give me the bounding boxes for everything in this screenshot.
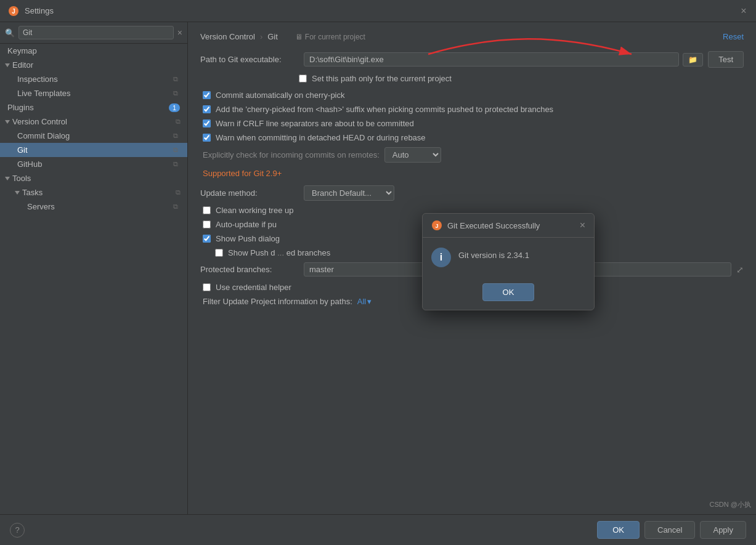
sidebar-section-editor[interactable]: Editor [0, 58, 187, 72]
update-method-row: Update method: Branch Default... [200, 185, 744, 201]
breadcrumb-part1: Version Control [200, 32, 255, 41]
cherry-pick-label: Commit automatically on cherry-pick [216, 91, 345, 100]
detached-row: Warn when committing in detached HEAD or… [200, 133, 744, 142]
reset-button[interactable]: Reset [723, 32, 744, 41]
browse-button[interactable]: 📁 [683, 53, 703, 67]
incoming-row: Explicitly check for incoming commits on… [200, 147, 744, 163]
test-button[interactable]: Test [708, 51, 744, 68]
plugins-label: Plugins [7, 103, 34, 112]
suffix-label: Add the 'cherry-picked from <hash>' suff… [216, 105, 553, 114]
set-path-checkbox[interactable] [299, 75, 307, 83]
bottom-actions: OK Cancel Apply [597, 521, 746, 539]
show-push-dialog-checkbox[interactable] [203, 235, 211, 243]
sidebar-item-live-templates[interactable]: Live Templates ⧉ [0, 86, 187, 100]
filter-dropdown[interactable]: All ▾ [357, 297, 372, 306]
crlf-label: Warn if CRLF line separators are about t… [216, 119, 414, 128]
sidebar-item-commit-dialog[interactable]: Commit Dialog ⧉ [0, 129, 187, 143]
sidebar-item-github[interactable]: GitHub ⧉ [0, 157, 187, 171]
credential-checkbox[interactable] [203, 283, 211, 291]
auto-update-label: Auto-update if pu [216, 220, 277, 229]
info-icon: i [431, 248, 451, 267]
tools-label: Tools [12, 174, 31, 183]
credential-label: Use credential helper [216, 283, 291, 292]
cherry-pick-row: Commit automatically on cherry-pick [200, 91, 744, 100]
modal-body: i Git version is 2.34.1 [423, 238, 594, 277]
suffix-checkbox[interactable] [203, 105, 211, 113]
bottom-bar: ? OK Cancel Apply [0, 514, 756, 545]
crlf-checkbox[interactable] [203, 119, 211, 127]
keymap-label: Keymap [7, 46, 37, 55]
detached-label: Warn when committing in detached HEAD or… [216, 133, 426, 142]
sidebar-section-version-control[interactable]: Version Control ⧉ [0, 115, 187, 129]
search-clear-icon[interactable]: × [177, 28, 182, 38]
path-label: Path to Git executable: [200, 55, 299, 64]
svg-text:J: J [435, 223, 438, 229]
github-label: GitHub [17, 159, 42, 169]
servers-copy-icon: ⧉ [171, 203, 180, 211]
close-button[interactable]: × [739, 6, 749, 16]
search-input[interactable] [18, 26, 174, 39]
set-path-row: Set this path only for the current proje… [200, 74, 744, 83]
inspections-copy-icon: ⧉ [171, 75, 180, 84]
detached-checkbox[interactable] [203, 134, 211, 142]
modal-title: Git Executed Successfully [447, 221, 575, 230]
breadcrumb-part2: Git [267, 32, 278, 41]
incoming-dropdown[interactable]: Auto Always Never [384, 147, 441, 163]
path-input-container: 📁 [304, 52, 703, 67]
suffix-row: Add the 'cherry-picked from <hash>' suff… [200, 105, 744, 114]
path-input[interactable] [304, 52, 679, 67]
version-control-label: Version Control [12, 117, 67, 126]
crlf-row: Warn if CRLF line separators are about t… [200, 119, 744, 128]
monitor-icon: 🖥 [295, 33, 303, 41]
filter-value: All [357, 297, 366, 306]
sidebar-item-plugins[interactable]: Plugins 1 [0, 100, 187, 115]
modal-close-button[interactable]: × [580, 220, 585, 231]
content-area: 🔍 × Keymap Editor Inspections ⧉ Live Tem… [0, 22, 756, 514]
help-button[interactable]: ? [10, 523, 25, 538]
for-current-project: 🖥 For current project [295, 33, 365, 41]
sidebar-item-inspections[interactable]: Inspections ⧉ [0, 72, 187, 86]
filter-label: Filter Update Project information by pat… [203, 297, 352, 306]
plugins-badge: 1 [169, 103, 180, 112]
commit-dialog-copy-icon: ⧉ [171, 132, 180, 140]
path-row: Path to Git executable: 📁 Test [200, 51, 744, 68]
live-templates-label: Live Templates [17, 89, 70, 98]
tasks-label: Tasks [22, 188, 43, 197]
modal-ok-button[interactable]: OK [482, 283, 535, 301]
filter-chevron-icon: ▾ [367, 297, 372, 306]
live-templates-copy-icon: ⧉ [171, 89, 180, 98]
modal-message: Git version is 2.34.1 [458, 248, 529, 261]
commit-dialog-label: Commit Dialog [17, 131, 70, 140]
sidebar-section-tools[interactable]: Tools [0, 171, 187, 185]
editor-expand-icon [5, 63, 10, 67]
sidebar-section-tasks[interactable]: Tasks ⧉ [0, 185, 187, 200]
cancel-button[interactable]: Cancel [644, 521, 695, 539]
editor-label: Editor [12, 60, 33, 70]
git-label: Git [17, 145, 28, 155]
git-copy-icon: ⧉ [171, 146, 180, 155]
sidebar-item-servers[interactable]: Servers ⧉ [0, 200, 187, 214]
svg-text:J: J [12, 8, 15, 15]
protected-label: Protected branches: [200, 265, 299, 274]
window-title: Settings [25, 6, 54, 15]
update-method-label: Update method: [200, 188, 299, 198]
protected-expand-button[interactable]: ⤢ [736, 265, 744, 275]
auto-update-checkbox[interactable] [203, 220, 211, 228]
ok-button[interactable]: OK [597, 521, 640, 539]
git-supported-text: Supported for Git 2.9+ [200, 169, 744, 178]
modal-logo: J [431, 220, 442, 231]
servers-label: Servers [27, 202, 55, 211]
tools-expand-icon [5, 177, 10, 180]
sidebar-item-git[interactable]: Git ⧉ [0, 143, 187, 157]
breadcrumb: Version Control › Git 🖥 For current proj… [200, 32, 744, 41]
search-bar: 🔍 × [0, 22, 187, 44]
settings-window: J Settings × 🔍 × Keymap Editor [0, 0, 756, 545]
title-bar: J Settings × [0, 0, 756, 22]
sidebar-item-keymap[interactable]: Keymap [0, 44, 187, 58]
update-method-dropdown[interactable]: Branch Default... [304, 185, 394, 201]
cherry-pick-checkbox[interactable] [203, 91, 211, 99]
show-push-checkbox[interactable] [215, 249, 223, 257]
apply-button[interactable]: Apply [700, 521, 746, 539]
clean-tree-checkbox[interactable] [203, 206, 211, 214]
github-copy-icon: ⧉ [171, 160, 180, 169]
